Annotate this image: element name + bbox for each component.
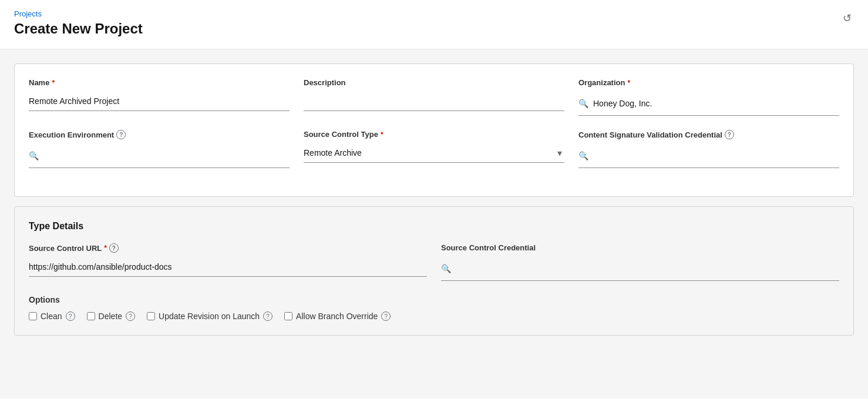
organization-label: Organization * — [578, 78, 839, 87]
source-control-url-help-icon: ? — [109, 243, 119, 253]
source-control-type-required: * — [381, 130, 383, 139]
options-row: Clean ? Delete ? Update Revision on Laun… — [29, 311, 839, 321]
clean-checkbox-group: Clean ? — [29, 311, 75, 321]
name-label: Name * — [29, 78, 290, 87]
source-control-type-group: Source Control Type * Manual Git SVN Rem… — [304, 130, 564, 168]
source-control-url-group: Source Control URL * ? — [29, 243, 427, 281]
delete-checkbox[interactable] — [87, 312, 95, 320]
page-header: Projects Create New Project ↺ — [0, 0, 868, 49]
organization-search-icon: 🔍 — [578, 99, 588, 108]
description-label: Description — [304, 78, 564, 87]
content-signature-label: Content Signature Validation Credential … — [578, 130, 839, 139]
history-button[interactable]: ↺ — [840, 9, 854, 27]
content-signature-group: Content Signature Validation Credential … — [578, 130, 839, 168]
source-control-url-input[interactable] — [29, 257, 427, 277]
update-revision-checkbox-group: Update Revision on Launch ? — [147, 311, 272, 321]
form-row-1: Name * Description Organization * 🔍 — [29, 78, 839, 116]
organization-required: * — [627, 79, 630, 87]
options-label: Options — [29, 295, 839, 304]
name-input[interactable] — [29, 92, 290, 111]
main-content: Name * Description Organization * 🔍 — [0, 49, 868, 398]
type-details-row: Source Control URL * ? Source Control Cr… — [29, 243, 839, 281]
source-control-url-required: * — [104, 244, 107, 252]
execution-environment-search-container: 🔍 — [29, 144, 290, 168]
allow-branch-override-checkbox-group: Allow Branch Override ? — [284, 311, 391, 321]
content-signature-search-icon: 🔍 — [578, 151, 588, 160]
name-group: Name * — [29, 78, 290, 116]
source-control-url-label: Source Control URL * ? — [29, 243, 427, 253]
delete-help-icon: ? — [126, 311, 135, 321]
execution-environment-label: Execution Environment ? — [29, 130, 290, 139]
execution-environment-search-icon: 🔍 — [29, 151, 39, 160]
source-control-credential-search-icon: 🔍 — [441, 264, 451, 273]
source-control-credential-label: Source Control Credential — [441, 243, 839, 252]
breadcrumb[interactable]: Projects — [14, 9, 143, 18]
page-title: Create New Project — [14, 21, 143, 37]
source-control-credential-input[interactable] — [456, 259, 839, 278]
clean-help-icon: ? — [66, 311, 75, 321]
update-revision-label[interactable]: Update Revision on Launch — [159, 311, 260, 321]
description-group: Description — [304, 78, 564, 116]
content-signature-help-icon: ? — [725, 130, 734, 139]
update-revision-checkbox[interactable] — [147, 312, 155, 320]
execution-environment-help-icon: ? — [116, 130, 126, 139]
source-control-type-label: Source Control Type * — [304, 130, 564, 139]
execution-environment-input[interactable] — [43, 146, 290, 165]
source-control-credential-group: Source Control Credential 🔍 — [441, 243, 839, 281]
footer-actions: Save Cancel — [0, 398, 868, 402]
type-details-title: Type Details — [29, 221, 839, 232]
execution-environment-group: Execution Environment ? 🔍 — [29, 130, 290, 168]
organization-input[interactable] — [593, 94, 839, 113]
allow-branch-override-help-icon: ? — [381, 311, 391, 321]
delete-checkbox-group: Delete ? — [87, 311, 135, 321]
source-control-type-select[interactable]: Manual Git SVN Remote Archive Insights — [304, 143, 564, 162]
allow-branch-override-label[interactable]: Allow Branch Override — [296, 311, 378, 321]
source-control-type-wrapper: Manual Git SVN Remote Archive Insights ▾ — [304, 143, 564, 163]
content-signature-search-container: 🔍 — [578, 144, 839, 168]
delete-label[interactable]: Delete — [99, 311, 122, 321]
organization-search-container: 🔍 — [578, 92, 839, 116]
options-section: Options Clean ? Delete ? Update Revisi — [29, 295, 839, 321]
clean-label[interactable]: Clean — [41, 311, 62, 321]
organization-group: Organization * 🔍 — [578, 78, 839, 116]
form-row-2: Execution Environment ? 🔍 Source Control… — [29, 130, 839, 168]
name-required: * — [52, 79, 55, 87]
description-input[interactable] — [304, 92, 564, 111]
type-details-section: Type Details Source Control URL * ? Sour… — [14, 206, 854, 336]
content-signature-input[interactable] — [593, 146, 839, 165]
clean-checkbox[interactable] — [29, 312, 37, 320]
source-control-credential-search-container: 🔍 — [441, 257, 839, 281]
update-revision-help-icon: ? — [263, 311, 272, 321]
allow-branch-override-checkbox[interactable] — [284, 312, 292, 320]
main-form-card: Name * Description Organization * 🔍 — [14, 63, 854, 197]
